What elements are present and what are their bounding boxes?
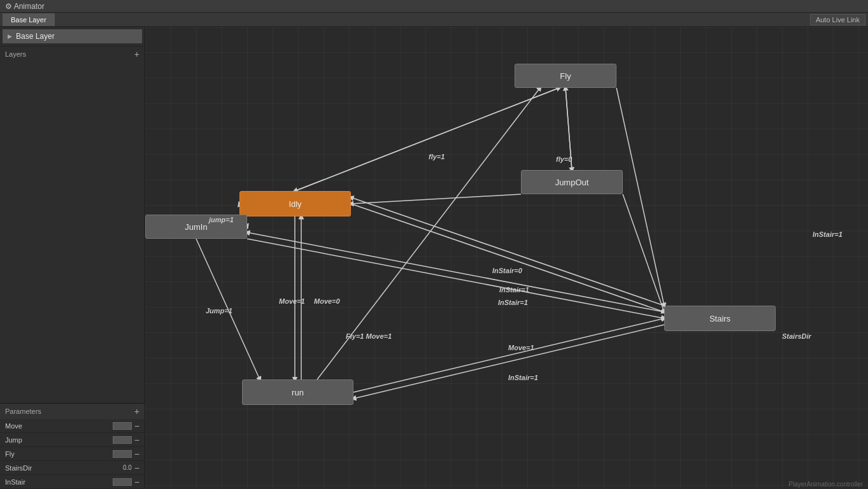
title-bar-label: ⚙ Animator xyxy=(5,2,45,11)
params-header: Parameters + xyxy=(0,404,145,419)
param-toggle[interactable] xyxy=(113,436,132,444)
param-row-instair: InStair− xyxy=(0,475,145,489)
svg-line-4 xyxy=(566,88,572,170)
conn-label-5: Jump=1 xyxy=(206,307,232,315)
node-label: Fly xyxy=(560,71,571,81)
param-remove-button[interactable]: − xyxy=(134,450,139,458)
title-bar: ⚙ Animator xyxy=(0,0,868,13)
svg-line-1 xyxy=(295,88,559,191)
param-float-value: 0.0 xyxy=(113,464,132,471)
svg-line-15 xyxy=(616,88,664,306)
conn-label-13: StairsDir xyxy=(782,332,811,340)
conn-label-12: InStair=1 xyxy=(508,374,538,381)
svg-line-16 xyxy=(317,88,540,379)
svg-line-18 xyxy=(247,239,664,318)
svg-line-3 xyxy=(566,88,572,170)
param-name: StairsDir xyxy=(5,464,113,472)
svg-line-17 xyxy=(351,194,521,204)
param-remove-button[interactable]: − xyxy=(134,436,139,444)
layers-header: Layers + xyxy=(0,46,145,62)
svg-line-19 xyxy=(247,232,664,312)
node-label: JumpOut xyxy=(555,178,589,187)
canvas-area[interactable]: FlyJumpOutIdlyJumInrunStairs fly=1fly=0j… xyxy=(145,27,868,489)
node-stairs[interactable]: Stairs xyxy=(664,306,776,331)
svg-line-2 xyxy=(295,88,559,191)
node-fly[interactable]: Fly xyxy=(515,64,616,88)
conn-label-9: InStair=1 xyxy=(813,230,843,238)
param-row-jump: Jump− xyxy=(0,433,145,447)
base-layer-button[interactable]: Base Layer xyxy=(3,29,142,43)
node-idly[interactable]: Idly xyxy=(239,191,351,216)
param-row-move: Move− xyxy=(0,419,145,433)
conn-label-8: InStair=1 xyxy=(498,299,528,306)
conn-label-4: Move=0 xyxy=(314,297,340,305)
svg-line-12 xyxy=(351,204,664,312)
conn-label-3: Move=1 xyxy=(279,297,305,305)
param-name: InStair xyxy=(5,478,113,486)
auto-live-link-button[interactable]: Auto Live Link xyxy=(810,14,865,25)
conn-label-0: fly=1 xyxy=(429,153,445,160)
conn-label-7: InStair=1 xyxy=(499,286,529,294)
svg-line-9 xyxy=(196,239,260,379)
param-name: Jump xyxy=(5,436,113,444)
param-toggle[interactable] xyxy=(113,450,132,458)
svg-line-10 xyxy=(353,318,664,392)
conn-label-1: fly=0 xyxy=(556,155,572,163)
params-label: Parameters xyxy=(5,408,41,415)
param-row-fly: Fly− xyxy=(0,447,145,461)
param-remove-button[interactable]: − xyxy=(134,478,139,486)
conn-label-6: InStair=0 xyxy=(492,267,522,274)
node-label: run xyxy=(292,388,304,397)
params-list: Move−Jump−Fly−StairsDir0.0−InStair− xyxy=(0,419,145,489)
svg-line-13 xyxy=(351,197,664,306)
footer: PlayerAnimation.controller xyxy=(788,481,863,488)
base-layer-tab[interactable]: Base Layer xyxy=(3,13,55,26)
params-add-button[interactable]: + xyxy=(134,406,139,416)
conn-label-10: Fly=1 Move=1 xyxy=(346,332,392,340)
node-label: JumIn xyxy=(185,222,207,232)
param-toggle[interactable] xyxy=(113,478,132,486)
param-name: Move xyxy=(5,422,113,430)
layers-add-button[interactable]: + xyxy=(134,49,139,59)
node-jumin[interactable]: JumIn xyxy=(145,215,247,239)
conn-label-11: Move=1 xyxy=(508,344,534,351)
tab-bar: Base Layer Auto Live Link xyxy=(0,13,868,27)
params-panel: Parameters + Move−Jump−Fly−StairsDir0.0−… xyxy=(0,403,145,489)
connections-svg xyxy=(145,27,868,489)
layers-label: Layers xyxy=(5,50,26,58)
svg-line-11 xyxy=(353,325,664,399)
param-toggle[interactable] xyxy=(113,422,132,430)
svg-line-14 xyxy=(623,194,664,312)
param-remove-button[interactable]: − xyxy=(134,422,139,430)
footer-text: PlayerAnimation.controller xyxy=(788,481,863,488)
param-remove-button[interactable]: − xyxy=(134,464,139,472)
node-jumpout[interactable]: JumpOut xyxy=(521,170,623,194)
node-label: Stairs xyxy=(709,314,730,323)
node-run[interactable]: run xyxy=(242,379,353,405)
param-name: Fly xyxy=(5,450,113,458)
node-label: Idly xyxy=(288,199,301,209)
param-row-stairsdir: StairsDir0.0− xyxy=(0,461,145,475)
